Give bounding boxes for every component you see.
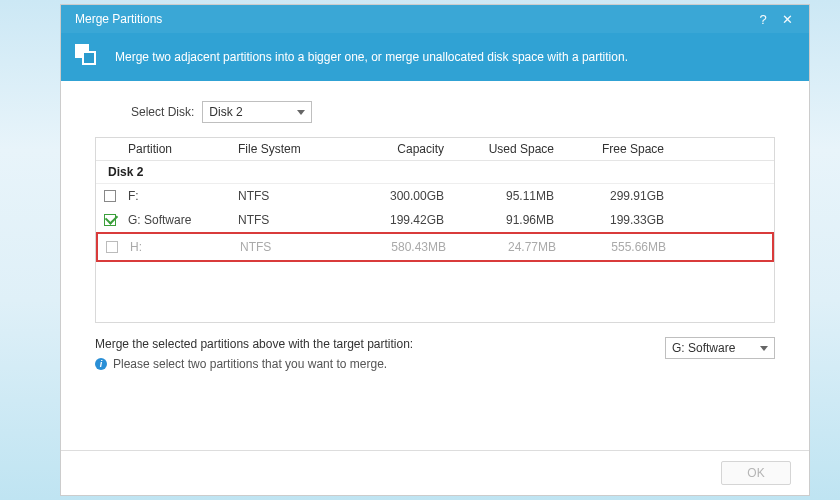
row-checkbox[interactable] <box>104 190 116 202</box>
merge-icon <box>75 44 101 70</box>
col-filesystem: File System <box>238 142 348 156</box>
window-title: Merge Partitions <box>75 12 751 26</box>
chevron-down-icon <box>297 110 305 115</box>
ok-button[interactable]: OK <box>721 461 791 485</box>
select-disk-value: Disk 2 <box>209 105 242 119</box>
merge-target-label: Merge the selected partitions above with… <box>95 337 413 351</box>
row-capacity: 300.00GB <box>348 189 458 203</box>
row-free: 299.91GB <box>568 189 678 203</box>
target-partition-dropdown[interactable]: G: Software <box>665 337 775 359</box>
group-header: Disk 2 <box>96 161 774 184</box>
row-used: 24.77MB <box>460 240 570 254</box>
content-area: Select Disk: Disk 2 Partition File Syste… <box>61 81 809 450</box>
banner-text: Merge two adjacent partitions into a big… <box>115 50 628 64</box>
row-used: 95.11MB <box>458 189 568 203</box>
col-capacity: Capacity <box>348 142 458 156</box>
row-fs: NTFS <box>240 240 350 254</box>
row-fs: NTFS <box>238 189 348 203</box>
info-text: Please select two partitions that you wa… <box>113 357 387 371</box>
titlebar: Merge Partitions ? ✕ <box>61 5 809 33</box>
row-capacity: 580.43MB <box>350 240 460 254</box>
close-icon[interactable]: ✕ <box>775 12 799 27</box>
banner: Merge two adjacent partitions into a big… <box>61 33 809 81</box>
row-used: 91.96MB <box>458 213 568 227</box>
row-partition: G: Software <box>128 213 191 227</box>
row-capacity: 199.42GB <box>348 213 458 227</box>
select-disk-dropdown[interactable]: Disk 2 <box>202 101 312 123</box>
col-used: Used Space <box>458 142 568 156</box>
info-line: i Please select two partitions that you … <box>95 357 413 371</box>
col-free: Free Space <box>568 142 678 156</box>
row-partition: H: <box>130 240 142 254</box>
row-free: 555.66MB <box>570 240 680 254</box>
bottom-area: Merge the selected partitions above with… <box>95 337 775 371</box>
merge-partitions-dialog: Merge Partitions ? ✕ Merge two adjacent … <box>60 4 810 496</box>
select-disk-label: Select Disk: <box>131 105 194 119</box>
partition-table: Partition File System Capacity Used Spac… <box>95 137 775 323</box>
row-fs: NTFS <box>238 213 348 227</box>
footer: OK <box>61 450 809 495</box>
bottom-left: Merge the selected partitions above with… <box>95 337 413 371</box>
row-checkbox[interactable] <box>106 241 118 253</box>
select-disk-row: Select Disk: Disk 2 <box>131 101 775 123</box>
table-row[interactable]: H: NTFS 580.43MB 24.77MB 555.66MB <box>98 234 772 260</box>
col-partition: Partition <box>128 142 238 156</box>
help-icon[interactable]: ? <box>751 12 775 27</box>
highlighted-row-frame: H: NTFS 580.43MB 24.77MB 555.66MB <box>96 232 774 262</box>
row-free: 199.33GB <box>568 213 678 227</box>
info-icon: i <box>95 358 107 370</box>
target-partition-value: G: Software <box>672 341 735 355</box>
table-row[interactable]: F: NTFS 300.00GB 95.11MB 299.91GB <box>96 184 774 208</box>
chevron-down-icon <box>760 346 768 351</box>
table-row[interactable]: G: Software NTFS 199.42GB 91.96MB 199.33… <box>96 208 774 232</box>
row-partition: F: <box>128 189 139 203</box>
table-header: Partition File System Capacity Used Spac… <box>96 138 774 161</box>
row-checkbox[interactable] <box>104 214 116 226</box>
